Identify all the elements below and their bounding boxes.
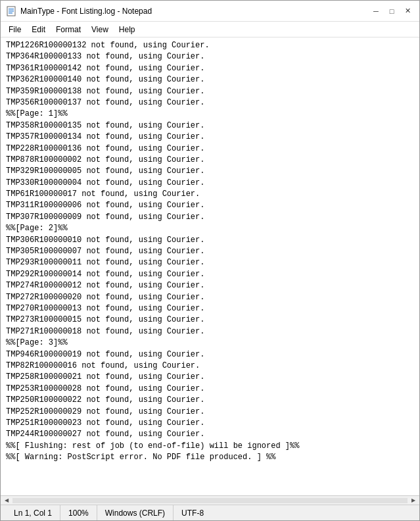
scroll-right-arrow[interactable]: ▶ — [409, 496, 418, 505]
svg-rect-1 — [9, 9, 14, 10]
app-icon — [6, 6, 16, 16]
line-ending: Windows (CRLF) — [97, 505, 174, 520]
scroll-left-arrow[interactable]: ◀ — [2, 496, 11, 505]
title-bar-left: MainType - Font Listing.log - Notepad — [6, 6, 152, 16]
minimize-button[interactable]: ─ — [369, 5, 383, 18]
svg-rect-3 — [9, 12, 12, 14]
editor-area: TMP1226R100000132 not found, using Couri… — [1, 37, 419, 495]
close-button[interactable]: ✕ — [401, 5, 414, 18]
horizontal-scrollbar[interactable]: ◀ ▶ — [1, 495, 419, 505]
window-controls: ─ □ ✕ — [369, 5, 414, 18]
zoom-level: 100% — [60, 505, 97, 520]
menu-view[interactable]: View — [86, 24, 114, 36]
title-bar: MainType - Font Listing.log - Notepad ─ … — [1, 1, 419, 22]
status-bar: Ln 1, Col 1 100% Windows (CRLF) UTF-8 — [1, 505, 419, 520]
encoding: UTF-8 — [174, 505, 212, 520]
scroll-track-horizontal[interactable] — [12, 498, 408, 503]
menu-file[interactable]: File — [3, 24, 26, 36]
maximize-button[interactable]: □ — [385, 5, 398, 18]
window-title: MainType - Font Listing.log - Notepad — [20, 7, 152, 16]
text-editor[interactable]: TMP1226R100000132 not found, using Couri… — [1, 37, 419, 495]
cursor-position: Ln 1, Col 1 — [6, 505, 60, 520]
menu-bar: File Edit Format View Help — [1, 22, 419, 37]
menu-edit[interactable]: Edit — [26, 24, 51, 36]
menu-format[interactable]: Format — [51, 24, 86, 36]
svg-rect-2 — [9, 11, 14, 12]
main-window: MainType - Font Listing.log - Notepad ─ … — [0, 0, 420, 521]
menu-help[interactable]: Help — [114, 24, 141, 36]
